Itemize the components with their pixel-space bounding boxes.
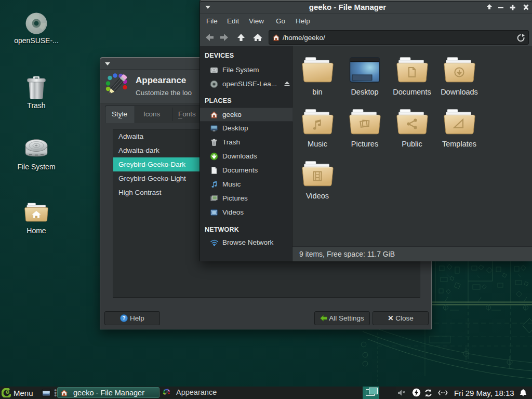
svg-text:?: ? — [123, 315, 126, 321]
